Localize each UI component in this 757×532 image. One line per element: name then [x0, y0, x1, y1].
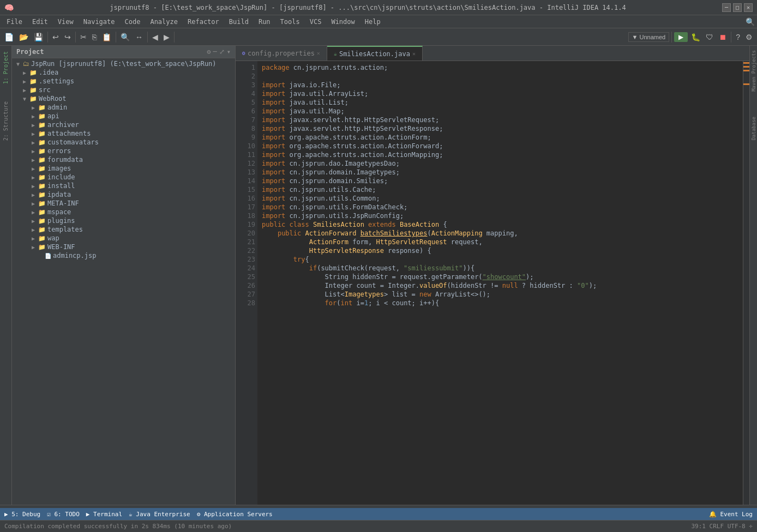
toolbar-forward-button[interactable]: ▶ [161, 32, 172, 43]
images-folder-icon: 📁 [38, 165, 46, 172]
tab-config-properties[interactable]: ⚙ config.properties ✕ [236, 46, 327, 61]
project-expand-icon[interactable]: ⤢ [219, 48, 225, 56]
toolbar-find-button[interactable]: 🔍 [118, 32, 132, 43]
code-line-6: import java.util.Map; [262, 107, 738, 116]
toolbar-open-button[interactable]: 📂 [17, 32, 31, 43]
help-button[interactable]: ? [734, 32, 742, 43]
tree-item-ipdata[interactable]: ▶ 📁 ipdata [12, 190, 235, 199]
tree-item-settings[interactable]: ▶ 📁 .settings [12, 77, 235, 86]
menu-file[interactable]: File [2, 17, 27, 27]
menu-analyze[interactable]: Analyze [146, 17, 182, 27]
project-settings-icon[interactable]: ⚙ [207, 48, 211, 56]
tree-item-images[interactable]: ▶ 📁 images [12, 164, 235, 173]
project-panel-tab[interactable]: 1: Project [2, 48, 9, 87]
tree-item-api[interactable]: ▶ 📁 api [12, 112, 235, 120]
database-tab[interactable]: Database [750, 112, 757, 144]
debug-status-link[interactable]: ▶ 5: Debug [4, 511, 40, 518]
search-everywhere-icon[interactable]: 🔍 [746, 17, 755, 26]
maximize-button[interactable]: □ [733, 3, 742, 12]
tree-item-customavatars[interactable]: ▶ 📁 customavatars [12, 138, 235, 147]
app-servers-link[interactable]: ⚙ Application Servers [197, 511, 273, 518]
debug-button[interactable]: 🐛 [689, 32, 702, 43]
minimize-button[interactable]: ─ [722, 3, 731, 12]
tree-item-install[interactable]: ▶ 📁 install [12, 182, 235, 190]
project-gear-icon[interactable]: ▾ [227, 48, 231, 56]
tree-item-forumdata[interactable]: ▶ 📁 forumdata [12, 155, 235, 164]
tree-item-templates[interactable]: ▶ 📁 templates [12, 225, 235, 234]
maven-projects-tab[interactable]: Maven Projects [750, 46, 757, 96]
run-button[interactable]: ▶ [674, 32, 688, 42]
menu-window[interactable]: Window [327, 17, 359, 27]
tree-item-wap[interactable]: ▶ 📁 wap [12, 234, 235, 243]
menu-vcs[interactable]: VCS [305, 17, 326, 27]
tree-item-src[interactable]: ▶ 📁 src [12, 86, 235, 94]
toolbar-redo-button[interactable]: ↪ [62, 32, 73, 43]
wap-arrow: ▶ [32, 235, 38, 241]
terminal-status-link[interactable]: ▶ Terminal [86, 511, 122, 518]
event-log-link[interactable]: 🔔 Event Log [709, 511, 753, 518]
title-bar: 🧠 jsprunutf8 - [E:\test_work_space\JspRu… [0, 0, 757, 15]
tree-item-webinf[interactable]: ▶ 📁 WEB-INF [12, 243, 235, 251]
tree-item-metainf[interactable]: ▶ 📁 META-INF [12, 199, 235, 208]
close-button[interactable]: ✕ [744, 3, 753, 12]
menu-code[interactable]: Code [121, 17, 145, 27]
gutter-warning-1 [743, 62, 749, 64]
tree-item-archiver[interactable]: ▶ 📁 archiver [12, 120, 235, 129]
menu-view[interactable]: View [53, 17, 78, 27]
project-collapse-icon[interactable]: ─ [213, 48, 217, 56]
toolbar-copy-button[interactable]: ⎘ [90, 32, 99, 43]
tree-item-errors[interactable]: ▶ 📁 errors [12, 147, 235, 155]
stop-button[interactable]: ⏹ [717, 32, 729, 43]
code-line-24: if(submitCheck(request, "smiliessubmit")… [262, 264, 738, 273]
tree-item-idea[interactable]: ▶ 📁 .idea [12, 68, 235, 77]
metainf-folder-icon: 📁 [38, 200, 46, 207]
settings-button[interactable]: ⚙ [743, 32, 755, 43]
status-bar: ▶ 5: Debug ☑ 6: TODO ▶ Terminal ☕ Java E… [0, 508, 757, 520]
java-enterprise-link[interactable]: ☕ Java Enterprise [129, 511, 190, 518]
toolbar-save-button[interactable]: 💾 [32, 32, 45, 43]
coverage-button[interactable]: 🛡 [704, 32, 716, 43]
install-folder-icon: 📁 [38, 183, 46, 190]
toolbar-back-button[interactable]: ◀ [150, 32, 160, 43]
menu-edit[interactable]: Edit [28, 17, 52, 27]
menu-run[interactable]: Run [254, 17, 275, 27]
run-config-selector[interactable]: ▼ Unnamed [628, 32, 670, 42]
code-line-17: import cn.jsprun.utils.FormDataCheck; [262, 203, 738, 211]
toolbar-undo-button[interactable]: ↩ [50, 32, 61, 43]
webroot-label: WebRoot [39, 95, 67, 102]
toolbar-replace-button[interactable]: ↔ [133, 32, 145, 43]
todo-status-link[interactable]: ☑ 6: TODO [47, 511, 80, 518]
toolbar-cut-button[interactable]: ✂ [78, 32, 89, 43]
tree-item-webroot[interactable]: ▼ 📁 WebRoot [12, 94, 235, 103]
forumdata-arrow: ▶ [32, 157, 38, 163]
mspace-arrow: ▶ [32, 209, 38, 215]
editor-content: 12345 678910 1112131415 1617181920 21222… [236, 61, 749, 505]
smilies-tab-close[interactable]: ✕ [412, 51, 416, 57]
tab-smilies-action[interactable]: ☕ SmiliesAction.java ✕ [327, 46, 423, 61]
tree-item-attachments[interactable]: ▶ 📁 attachments [12, 129, 235, 138]
tree-item-admincp[interactable]: 📄 admincp.jsp [12, 251, 235, 260]
editor-position-info: 39:1 CRLF UTF-8 ÷ [691, 523, 753, 530]
menu-tools[interactable]: Tools [276, 17, 304, 27]
toolbar-paste-button[interactable]: 📋 [100, 32, 113, 43]
code-editor[interactable]: package cn.jsprun.struts.action; import … [257, 61, 743, 505]
structure-panel-tab[interactable]: 2: Structure [2, 98, 9, 144]
menu-navigate[interactable]: Navigate [79, 17, 119, 27]
menu-build[interactable]: Build [225, 17, 253, 27]
toolbar-new-button[interactable]: 📄 [2, 32, 16, 43]
menu-refactor[interactable]: Refactor [183, 17, 224, 27]
tree-item-plugins[interactable]: ▶ 📁 plugins [12, 216, 235, 225]
settings-label: .settings [39, 77, 74, 85]
tree-item-mspace[interactable]: ▶ 📁 mspace [12, 208, 235, 216]
config-tab-close[interactable]: ✕ [317, 50, 320, 56]
tree-item-admin[interactable]: ▶ 📁 admin [12, 103, 235, 112]
gutter-warning-2 [743, 66, 749, 68]
admincp-file-icon: 📄 [45, 253, 51, 259]
editor-tabs-bar: ⚙ config.properties ✕ ☕ SmiliesAction.ja… [236, 46, 749, 61]
code-line-26: Integer count = Integer.valueOf(hiddenSt… [262, 281, 738, 290]
webinf-arrow: ▶ [32, 244, 38, 250]
menu-help[interactable]: Help [361, 17, 385, 27]
tree-root[interactable]: ▼ 🗂 JspRun [jsprunutf8] (E:\test_work_sp… [12, 59, 235, 68]
code-line-1: package cn.jsprun.struts.action; [262, 63, 738, 72]
tree-item-include[interactable]: ▶ 📁 include [12, 173, 235, 182]
